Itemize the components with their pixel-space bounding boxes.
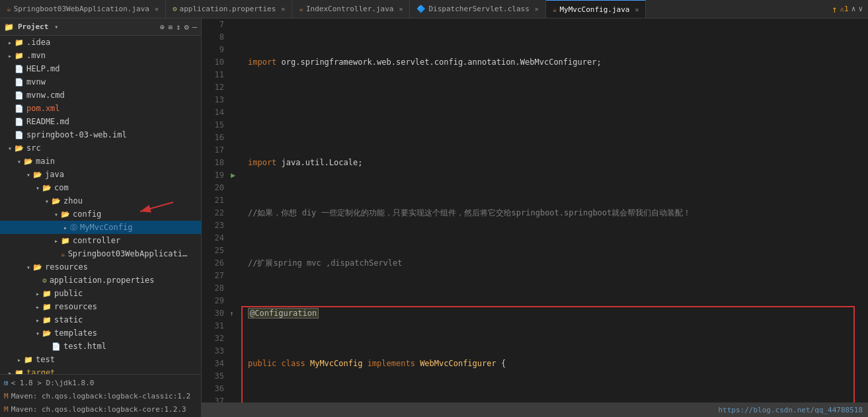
close-icon[interactable]: ✕ [399, 5, 403, 13]
md-icon: 📄 [15, 118, 24, 126]
arrow-icon: ▾ [24, 264, 33, 271]
arrow-icon [52, 250, 61, 258]
tree-item-target[interactable]: ▸ 📁 target [0, 366, 201, 374]
blog-url[interactable]: https://blog.csdn.net/qq_44788518 [718, 406, 863, 414]
sidebar-title: Project [18, 22, 48, 31]
tree-item-mvnw[interactable]: 📄 mvnw [0, 75, 201, 89]
folder-icon: 📁 [61, 237, 70, 245]
tab-index-controller[interactable]: ☕ IndexController.java ✕ [292, 0, 410, 18]
tree-label: Springboot03WebApplicati… [68, 249, 188, 258]
folder-open-icon: 📂 [52, 197, 61, 206]
folder-icon: 📁 [15, 38, 24, 47]
md-icon: 📄 [15, 65, 24, 73]
sidebar-bottom: ⊞ < 1.8 > D:\jdk1.8.0 M Maven: ch.qos.lo… [0, 374, 201, 417]
minimize-icon[interactable]: — [192, 22, 197, 32]
tree-item-idea[interactable]: ▸ 📁 .idea [0, 36, 201, 49]
dropdown-icon[interactable]: ▾ [54, 23, 58, 30]
tree-item-resources[interactable]: ▾ 📂 resources [0, 260, 201, 274]
folder-orange-icon: 📁 [15, 369, 24, 375]
folder-open-icon: 📂 [42, 329, 52, 338]
folder-icon: 📁 [42, 303, 52, 311]
close-icon[interactable]: ✕ [155, 5, 159, 13]
status-text [207, 406, 212, 414]
gutter: ▶ ↑ [229, 19, 243, 402]
arrow-icon: ▸ [61, 224, 70, 231]
main-area: 📁 Project ▾ ⊕ ≡ ↕ ⚙ — ▸ 📁 .idea ▸ 📁 [0, 19, 868, 417]
tree-item-pomxml[interactable]: 📄 pom.xml [0, 102, 201, 115]
editor-area: 7 8 9 10 11 12 13 14 15 16 17 18 19 20 [202, 19, 868, 417]
tree-item-controller[interactable]: ▸ 📁 controller [0, 234, 201, 247]
tree-item-test[interactable]: ▸ 📁 test [0, 353, 201, 366]
tab-label: IndexController.java [306, 5, 393, 13]
tree-item-mvnwcmd[interactable]: 📄 mvnw.cmd [0, 89, 201, 102]
tree-item-springboot-app[interactable]: ☕ Springboot03WebApplicati… [0, 247, 201, 260]
file-icon: 📄 [15, 78, 24, 87]
red-border-box [241, 306, 855, 402]
tree-item-templates[interactable]: ▾ 📂 templates [0, 326, 201, 340]
warning-badge: ⚠1 [840, 5, 849, 13]
tree-item-resources2[interactable]: ▸ 📁 resources [0, 300, 201, 313]
editor-content[interactable]: 7 8 9 10 11 12 13 14 15 16 17 18 19 20 [202, 19, 868, 402]
html-icon: 📄 [52, 342, 61, 351]
tree-item-static[interactable]: ▸ 📁 static [0, 313, 201, 326]
tab-dispatcher-servlet[interactable]: 🔷 DispatcherServlet.class ✕ [410, 0, 545, 18]
tab-bar: ☕ Springboot03WebApplication.java ✕ ⚙ ap… [0, 0, 868, 19]
gear-icon[interactable]: ⊕ [160, 22, 165, 32]
folder-icon: 📁 [24, 356, 33, 364]
tree-item-iml[interactable]: 📄 springboot-03-web.iml [0, 128, 201, 141]
tree-item-mymvcconfig[interactable]: ▸ ⓪ MyMvcConfig [0, 221, 201, 234]
arrow-icon: ▸ [5, 52, 15, 59]
tree-item-public[interactable]: ▸ 📁 public [0, 287, 201, 300]
tree-label: resources [45, 262, 88, 272]
tree-item-config[interactable]: ▾ 📂 config [0, 208, 201, 221]
arrow-icon [5, 105, 15, 112]
tree-item-com[interactable]: ▾ 📂 com [0, 181, 201, 194]
tree-label: .idea [26, 38, 50, 47]
tree-label: test.html [63, 342, 106, 351]
tree-item-app-props[interactable]: ⚙ application.properties [0, 274, 201, 287]
arrow-icon [33, 277, 42, 284]
folder-open-icon: 📂 [33, 171, 42, 179]
list-icon[interactable]: ≡ [168, 22, 173, 32]
arrow-icon: ▸ [15, 356, 24, 363]
tab-springboot[interactable]: ☕ Springboot03WebApplication.java ✕ [0, 0, 166, 18]
status-bar: https://blog.csdn.net/qq_44788518 [202, 402, 868, 417]
sidebar-bottom-logback-classic: M Maven: ch.qos.logback:logback-classic:… [0, 389, 201, 402]
arrow-icon: ▾ [33, 330, 42, 337]
sidebar: 📁 Project ▾ ⊕ ≡ ↕ ⚙ — ▸ 📁 .idea ▸ 📁 [0, 19, 202, 417]
java-icon: ☕ [61, 250, 65, 258]
arrow-icon [5, 79, 15, 86]
file-icon: 📄 [15, 91, 24, 100]
java-icon: ⓪ [70, 223, 77, 233]
tree-item-zhou[interactable]: ▾ 📂 zhou [0, 194, 201, 208]
close-icon[interactable]: ✕ [535, 5, 539, 13]
sort-icon[interactable]: ↕ [176, 22, 180, 32]
tree-item-main[interactable]: ▾ 📂 main [0, 155, 201, 168]
close-icon[interactable]: ✕ [635, 6, 639, 13]
folder-icon: 📁 [42, 316, 52, 324]
tree-label: MyMvcConfig [80, 223, 132, 232]
arrow-icon [5, 132, 15, 139]
tree-label: test [36, 355, 55, 364]
up-arrow-icon: ↑ [832, 4, 837, 15]
folder-open-icon: 📂 [61, 210, 70, 219]
tree-item-helpmd[interactable]: 📄 HELP.md [0, 62, 201, 75]
nav-up-icon[interactable]: ∧ [851, 5, 856, 13]
close-icon[interactable]: ✕ [281, 5, 285, 13]
tree-item-readme[interactable]: 📄 README.md [0, 115, 201, 128]
nav-down-icon[interactable]: ∨ [858, 5, 863, 13]
settings-icon[interactable]: ⚙ [184, 22, 189, 32]
logback-classic-label: Maven: ch.qos.logback:logback-classic:1.… [11, 392, 191, 400]
sidebar-header-icons: ⊕ ≡ ↕ ⚙ — [160, 22, 197, 32]
tree-label: README.md [26, 117, 69, 126]
tab-application-props[interactable]: ⚙ application.properties ✕ [166, 0, 292, 18]
code-line-10: //如果，你想 diy 一些定制化的功能，只要实现这个组件，然后将它交给spri… [248, 207, 868, 219]
tab-mymvcconfig[interactable]: ☕ MyMvcConfig.java ✕ [546, 0, 647, 18]
tree-item-src[interactable]: ▾ 📂 src [0, 141, 201, 155]
tree-item-mvn[interactable]: ▸ 📁 .mvn [0, 49, 201, 62]
sidebar-bottom-jdk: ⊞ < 1.8 > D:\jdk1.8.0 [0, 376, 201, 389]
folder-open-icon: 📂 [42, 184, 52, 192]
tree-item-java[interactable]: ▾ 📂 java [0, 168, 201, 181]
folder-icon: 📁 [15, 52, 24, 60]
tree-item-testhtml[interactable]: 📄 test.html [0, 340, 201, 353]
